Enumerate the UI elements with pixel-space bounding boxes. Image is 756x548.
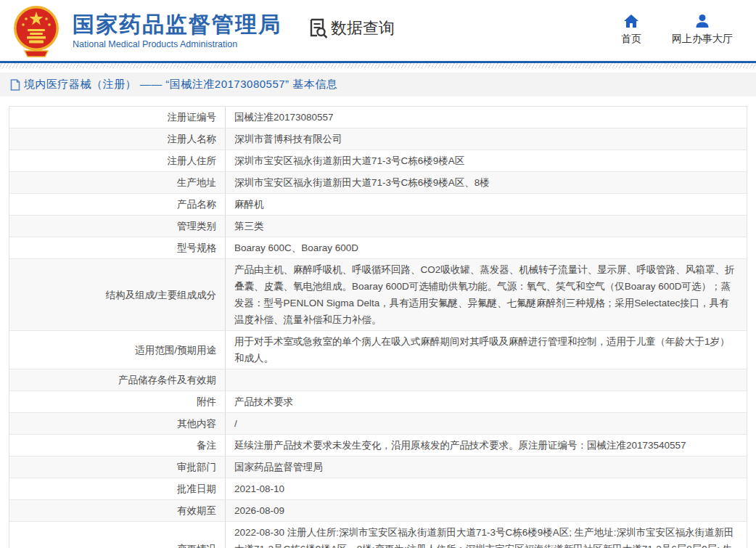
row-label: 管理类别 — [9, 216, 225, 237]
info-table: 注册证编号 国械注准20173080557 注册人名称 深圳市普博科技有限公司 … — [9, 106, 747, 548]
breadcrumb: 境内医疗器械（注册） —— “国械注准20173080557” 基本信息 — [0, 73, 756, 97]
header-stripes-band — [0, 63, 756, 68]
table-row-valid-until: 有效期至 2026-08-09 — [9, 500, 747, 522]
row-value: 第三类 — [225, 216, 747, 237]
header-nav: 首页 网上办事大厅 — [621, 13, 733, 46]
site-title-cn: 国家药品监督管理局 — [73, 12, 282, 37]
table-row-approval-department: 审批部门 国家药品监督管理局 — [9, 457, 747, 478]
row-value: 2026-08-09 — [225, 500, 747, 521]
row-label: 变更情况 — [9, 522, 225, 548]
nav-home[interactable]: 首页 — [621, 13, 641, 46]
nav-service-hall-label: 网上办事大厅 — [672, 33, 733, 46]
table-row-change-history: 变更情况 2022-08-30 注册人住所:深圳市宝安区福永街道新田大道71-3… — [9, 522, 747, 548]
row-label: 产品名称 — [9, 194, 225, 215]
table-row-structure-composition: 结构及组成/主要组成成分 产品由主机、麻醉呼吸机、呼吸循环回路、CO2吸收罐、蒸… — [9, 259, 747, 331]
row-value: 麻醉机 — [225, 194, 747, 215]
row-label: 产品储存条件及有效期 — [9, 369, 225, 390]
row-label: 注册人住所 — [9, 150, 225, 171]
site-title-en: National Medical Products Administration — [73, 39, 282, 49]
document-icon — [10, 79, 20, 91]
row-label: 其他内容 — [9, 413, 225, 434]
row-label: 注册证编号 — [9, 107, 225, 128]
home-icon — [623, 13, 639, 29]
document-search-icon — [309, 18, 328, 38]
table-row-registrant-address: 注册人住所 深圳市宝安区福永街道新田大道71-3号C栋6楼9楼A区 — [9, 150, 747, 172]
table-row-registration-number: 注册证编号 国械注准20173080557 — [9, 107, 747, 128]
table-row-attachment: 附件 产品技术要求 — [9, 391, 747, 413]
row-label: 批准日期 — [9, 478, 225, 499]
row-label: 审批部门 — [9, 457, 225, 478]
row-value: 产品由主机、麻醉呼吸机、呼吸循环回路、CO2吸收罐、蒸发器、机械转子流量计、显示… — [225, 259, 747, 330]
row-value: 国械注准20173080557 — [225, 107, 747, 128]
page: 国家药品监督管理局 National Medical Products Admi… — [0, 0, 756, 548]
row-label: 有效期至 — [9, 500, 225, 521]
row-label: 附件 — [9, 391, 225, 412]
breadcrumb-text: 境内医疗器械（注册） —— “国械注准20173080557” 基本信息 — [24, 78, 337, 91]
table-row-approval-date: 批准日期 2021-08-10 — [9, 478, 747, 500]
data-query-button[interactable]: 数据查询 — [309, 17, 395, 39]
table-row-management-category: 管理类别 第三类 — [9, 216, 747, 237]
data-query-label: 数据查询 — [331, 17, 395, 39]
table-row-product-name: 产品名称 麻醉机 — [9, 194, 747, 216]
row-value: 延续注册产品技术要求未发生变化，沿用原核发的产品技术要求。原注册证编号：国械注准… — [225, 435, 747, 456]
row-value: 深圳市宝安区福永街道新田大道71-3号C栋6楼9楼A区 — [225, 150, 747, 171]
table-row-intended-use: 适用范围/预期用途 用于对手术室或急救室的单个病人在吸入式麻醉期间对其呼吸及麻醉… — [9, 331, 747, 369]
row-label: 注册人名称 — [9, 128, 225, 150]
row-label: 备注 — [9, 435, 225, 456]
row-value — [225, 369, 747, 390]
row-label: 生产地址 — [9, 172, 225, 193]
user-icon — [694, 13, 710, 29]
row-value: 2022-08-30 注册人住所:深圳市宝安区福永街道新田大道71-3号C栋6楼… — [225, 522, 747, 548]
row-label: 型号规格 — [9, 237, 225, 258]
table-row-storage-conditions: 产品储存条件及有效期 — [9, 369, 747, 391]
row-value: 深圳市普博科技有限公司 — [225, 128, 747, 150]
site-title-block: 国家药品监督管理局 National Medical Products Admi… — [73, 12, 282, 49]
row-value: 国家药品监督管理局 — [225, 457, 747, 478]
row-value: Boaray 600C、Boaray 600D — [225, 237, 747, 258]
row-value: 用于对手术室或急救室的单个病人在吸入式麻醉期间对其呼吸及麻醉进行管理和控制，适用… — [225, 331, 747, 369]
main-content: 注册证编号 国械注准20173080557 注册人名称 深圳市普博科技有限公司 … — [0, 106, 756, 548]
nav-service-hall[interactable]: 网上办事大厅 — [672, 13, 733, 46]
table-row-other-content: 其他内容 / — [9, 413, 747, 435]
row-value: 产品技术要求 — [225, 391, 747, 412]
table-row-production-address: 生产地址 深圳市宝安区福永街道新田大道71-3号C栋6楼9楼A区、8楼 — [9, 172, 747, 194]
table-row-remarks: 备注 延续注册产品技术要求未发生变化，沿用原核发的产品技术要求。原注册证编号：国… — [9, 435, 747, 457]
row-value: / — [225, 413, 747, 434]
table-row-model-spec: 型号规格 Boaray 600C、Boaray 600D — [9, 237, 747, 259]
national-emblem-logo — [10, 4, 62, 58]
nav-home-label: 首页 — [621, 33, 641, 46]
row-value: 深圳市宝安区福永街道新田大道71-3号C栋6楼9楼A区、8楼 — [225, 172, 747, 193]
row-label: 适用范围/预期用途 — [9, 331, 225, 369]
row-value: 2021-08-10 — [225, 478, 747, 499]
site-header: 国家药品监督管理局 National Medical Products Admi… — [0, 0, 756, 61]
table-row-registrant-name: 注册人名称 深圳市普博科技有限公司 — [9, 128, 747, 150]
row-label: 结构及组成/主要组成成分 — [9, 259, 225, 330]
